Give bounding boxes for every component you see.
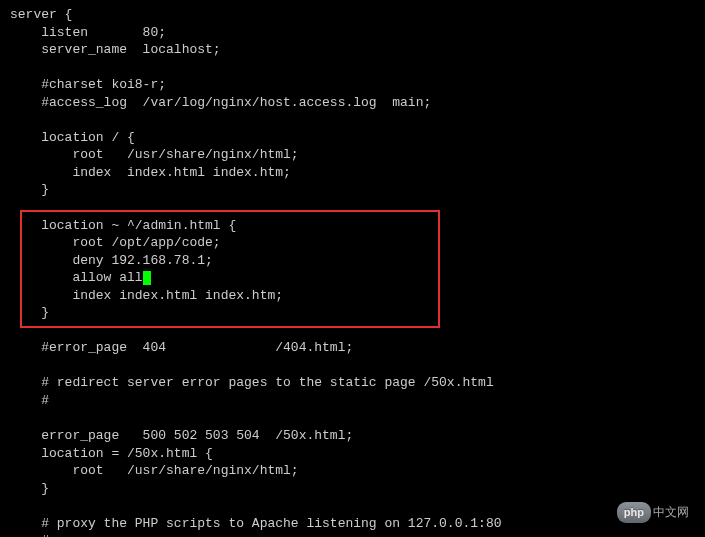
watermark-text: 中文网 <box>653 504 689 520</box>
cursor <box>143 271 151 285</box>
nginx-config-code: server { listen 80; server_name localhos… <box>10 6 695 537</box>
watermark-badge: php <box>617 502 651 523</box>
watermark: php 中文网 <box>617 502 689 523</box>
